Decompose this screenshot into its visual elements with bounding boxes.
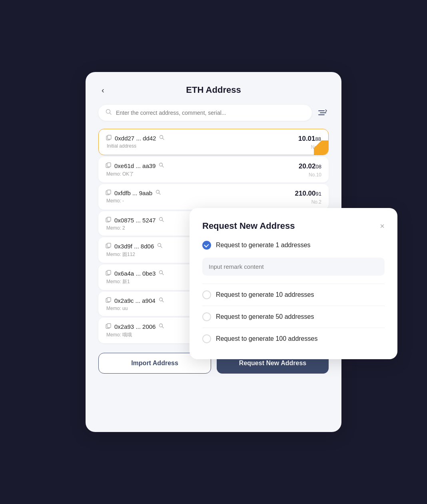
- address-text: 0xdd27 ... dd42: [115, 135, 156, 142]
- address-text: 0x0875 ... 5247: [114, 217, 156, 224]
- address-no: No.10: [309, 172, 321, 178]
- svg-line-36: [162, 327, 164, 328]
- search-row: [98, 105, 329, 121]
- address-row: 0x2a9c ... a904: [106, 297, 164, 304]
- copy-icon[interactable]: [106, 135, 112, 142]
- radio-circle: [202, 312, 211, 321]
- svg-line-1: [110, 113, 112, 115]
- address-no: No.2: [311, 199, 321, 205]
- filter-button[interactable]: [316, 106, 329, 119]
- divider: [202, 328, 385, 328]
- svg-line-28: [162, 274, 164, 275]
- active-corner: [314, 140, 328, 155]
- modal-title: Request New Address: [202, 221, 295, 231]
- svg-rect-18: [107, 217, 111, 221]
- search-icon: [106, 109, 112, 117]
- address-item-left: 0x3d9f ... 8d06 Memo: 圆112: [106, 243, 163, 258]
- address-item-left: 0x2a9c ... a904 Memo: uu: [106, 297, 164, 311]
- radio-option[interactable]: Request to generate 50 addresses: [202, 312, 385, 321]
- svg-rect-14: [107, 190, 111, 194]
- address-text: 0x2a9c ... a904: [114, 297, 156, 304]
- radio-circle: [202, 290, 211, 299]
- address-search-icon[interactable]: [159, 162, 164, 169]
- radio-option[interactable]: Request to generate 100 addresses: [202, 334, 385, 343]
- address-memo: Memo: 圆112: [106, 251, 163, 258]
- modal-options: Request to generate 1 addresses Request …: [202, 241, 385, 343]
- radio-label: Request to generate 1 addresses: [216, 242, 311, 249]
- address-balance: 210.0091: [295, 190, 321, 198]
- page-title: ETH Address: [186, 85, 241, 95]
- svg-rect-34: [107, 324, 111, 328]
- radio-label: Request to generate 100 addresses: [216, 335, 317, 342]
- address-search-icon[interactable]: [159, 217, 164, 224]
- remark-input[interactable]: [202, 258, 385, 276]
- address-search-icon[interactable]: [159, 323, 164, 330]
- modal-radio-item: Request to generate 1 addresses: [202, 241, 385, 282]
- modal-header: Request New Address ×: [202, 221, 385, 231]
- svg-rect-10: [107, 163, 111, 167]
- address-memo: Memo: 2: [106, 225, 164, 231]
- address-text: 0x6a4a ... 0be3: [114, 270, 156, 277]
- address-memo: Memo: OK了: [106, 171, 164, 178]
- address-row: 0x6a4a ... 0be3: [106, 270, 164, 277]
- divider: [202, 284, 385, 284]
- address-row: 0x3d9f ... 8d06: [106, 243, 163, 250]
- address-item[interactable]: 0xfdfb ... 9aab Memo: - 210.0091 No.2: [98, 184, 329, 210]
- address-row: 0xdd27 ... dd42: [106, 135, 165, 142]
- address-item-left: 0xdd27 ... dd42 Initial address: [106, 135, 165, 149]
- address-memo: Initial address: [107, 143, 165, 149]
- modal-close-button[interactable]: ×: [380, 222, 385, 231]
- copy-icon[interactable]: [106, 323, 111, 330]
- svg-line-12: [162, 166, 164, 168]
- svg-line-32: [162, 301, 164, 302]
- address-row: 0x0875 ... 5247: [106, 217, 164, 224]
- address-item-right: 210.0091 No.2: [295, 190, 321, 205]
- address-text: 0xe61d ... aa39: [114, 162, 156, 169]
- address-text: 0x3d9f ... 8d06: [114, 243, 154, 250]
- address-search-icon[interactable]: [159, 297, 164, 304]
- address-search-icon[interactable]: [159, 270, 164, 277]
- address-item-left: 0x2a93 ... 2006 Memo: 哦哦: [106, 323, 164, 338]
- radio-label: Request to generate 10 addresses: [216, 291, 314, 298]
- copy-icon[interactable]: [106, 217, 111, 224]
- search-box: [98, 105, 312, 121]
- svg-line-8: [163, 138, 164, 140]
- svg-rect-26: [107, 270, 111, 274]
- copy-icon[interactable]: [106, 190, 111, 196]
- address-row: 0xfdfb ... 9aab: [106, 190, 161, 196]
- radio-option[interactable]: Request to generate 1 addresses: [202, 241, 385, 250]
- radio-label: Request to generate 50 addresses: [216, 313, 314, 320]
- address-item-right: 20.0208 No.10: [299, 162, 321, 178]
- copy-icon[interactable]: [106, 243, 111, 250]
- radio-circle: [202, 241, 211, 250]
- address-search-icon[interactable]: [159, 135, 165, 142]
- address-search-icon[interactable]: [156, 190, 161, 196]
- svg-line-20: [162, 220, 164, 222]
- address-search-icon[interactable]: [157, 243, 163, 250]
- modal-radio-item: Request to generate 50 addresses: [202, 312, 385, 321]
- address-item[interactable]: 0xdd27 ... dd42 Initial address 10.0188 …: [98, 129, 329, 155]
- radio-circle: [202, 334, 211, 343]
- address-memo: Memo: 新1: [106, 278, 164, 285]
- address-memo: Memo: 哦哦: [106, 332, 164, 338]
- address-memo: Memo: -: [106, 198, 161, 204]
- copy-icon[interactable]: [106, 162, 111, 169]
- copy-icon[interactable]: [106, 297, 111, 304]
- address-row: 0x2a93 ... 2006: [106, 323, 164, 330]
- address-item[interactable]: 0xe61d ... aa39 Memo: OK了 20.0208 No.10: [98, 157, 329, 182]
- address-item-left: 0xe61d ... aa39 Memo: OK了: [106, 162, 164, 178]
- search-input[interactable]: [116, 110, 305, 116]
- radio-option[interactable]: Request to generate 10 addresses: [202, 290, 385, 299]
- address-row: 0xe61d ... aa39: [106, 162, 164, 169]
- divider: [202, 306, 385, 306]
- svg-line-16: [159, 193, 161, 195]
- modal-radio-item: Request to generate 100 addresses: [202, 334, 385, 343]
- address-text: 0xfdfb ... 9aab: [114, 190, 152, 196]
- back-button[interactable]: ‹: [98, 84, 108, 96]
- svg-rect-22: [107, 243, 111, 247]
- svg-line-24: [161, 246, 162, 248]
- copy-icon[interactable]: [106, 270, 111, 277]
- svg-rect-30: [107, 298, 111, 302]
- address-text: 0x2a93 ... 2006: [114, 323, 156, 330]
- address-balance: 20.0208: [299, 162, 321, 170]
